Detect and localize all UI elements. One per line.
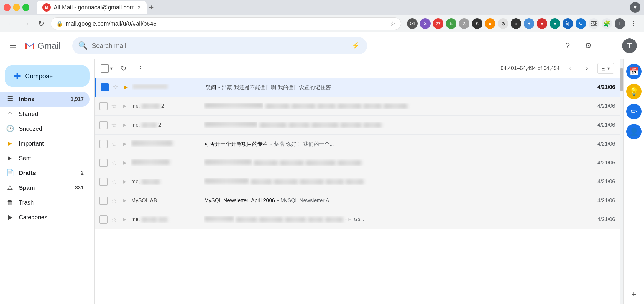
active-tab[interactable]: M All Mail - gonnacai@gmail.com × [37, 1, 147, 14]
ext-circle-icon[interactable]: ⊘ [498, 18, 508, 29]
row-important-icon[interactable]: ► [121, 196, 129, 205]
sidebar-item-trash[interactable]: 🗑 Trash [0, 195, 90, 210]
edit-icon[interactable]: ✏ [626, 104, 642, 119]
row-checkbox[interactable] [99, 121, 108, 129]
density-button[interactable]: ⊟ ▾ [597, 63, 614, 74]
row-checkbox[interactable] [99, 215, 108, 224]
browser-profile[interactable]: ▼ [630, 2, 640, 13]
ext-x-icon[interactable]: X [459, 18, 469, 29]
email-row[interactable]: ☆ ► me, 2 [95, 116, 620, 135]
traffic-light-close[interactable] [4, 4, 11, 11]
row-content [204, 103, 583, 109]
ext-triangle-icon[interactable]: ▲ [485, 18, 495, 29]
refresh-button[interactable]: ↻ [35, 18, 47, 30]
sidebar-item-inbox[interactable]: ☰ Inbox 1,917 [0, 92, 90, 107]
back-button[interactable]: ← [5, 18, 17, 30]
contacts-icon[interactable]: 👤 [626, 124, 642, 139]
scrollbar[interactable] [620, 59, 623, 304]
row-important-icon[interactable]: ► [121, 215, 129, 224]
email-row[interactable]: ☆ ► MySQL AB MySQL Newsletter: April 200… [95, 191, 620, 210]
ext-puzzle-icon[interactable]: 🧩 [602, 18, 612, 29]
email-row[interactable]: ☆ ► 疑问 浩蔡 我还是不能登陆啊!我的登陆设置的记住密... 4/21/06 [95, 78, 620, 97]
traffic-light-minimize[interactable] [13, 4, 20, 11]
inbox-count: 1,917 [70, 96, 84, 102]
search-input[interactable] [92, 42, 346, 50]
row-checkbox[interactable] [99, 140, 108, 148]
sidebar-item-starred[interactable]: ☆ Starred [0, 107, 90, 121]
row-checkbox[interactable] [99, 197, 108, 205]
help-button[interactable]: ? [560, 38, 575, 53]
sidebar-item-sent[interactable]: ► Sent [0, 151, 90, 166]
row-star-icon[interactable]: ☆ [110, 215, 118, 225]
row-important-icon[interactable]: ► [121, 139, 129, 148]
ext-b-icon[interactable]: B [511, 18, 521, 29]
notes-icon[interactable]: 💡 [626, 84, 642, 99]
sidebar-item-drafts[interactable]: 📄 Drafts 2 [0, 166, 90, 180]
row-star-icon[interactable]: ☆ [110, 196, 118, 206]
email-row[interactable]: ☆ ► me, [95, 172, 620, 191]
row-checkbox[interactable] [99, 102, 108, 110]
email-row[interactable]: ☆ ► me, 2 [95, 97, 620, 116]
ext-hex-icon[interactable]: ✦ [524, 18, 534, 29]
ext-image-icon[interactable]: 🖼 [589, 18, 599, 29]
sidebar-item-categories[interactable]: ▶ Categories [0, 210, 90, 225]
email-row[interactable]: ☆ ► 可否开一个开源项目的专栏 蔡浩 你好！ 我们的一个... 4/21/06 [95, 135, 620, 153]
tab-close-button[interactable]: × [138, 4, 141, 11]
row-checkbox[interactable] [99, 178, 108, 186]
refresh-button[interactable]: ↻ [117, 62, 130, 75]
ext-teal-icon[interactable]: ● [550, 18, 560, 29]
compose-button[interactable]: ✚ Compose [5, 65, 90, 87]
prev-page-button[interactable]: ‹ [564, 63, 576, 74]
sidebar-item-snoozed[interactable]: 🕐 Snoozed [0, 121, 90, 136]
ext-77-icon[interactable]: 77 [433, 18, 443, 29]
row-important-icon[interactable]: ► [121, 120, 129, 130]
ext-e-icon[interactable]: E [446, 18, 456, 29]
row-checkbox[interactable] [101, 83, 109, 91]
search-options-icon[interactable]: ⚡ [350, 40, 361, 51]
row-star-icon[interactable]: ☆ [110, 158, 118, 168]
row-star-icon[interactable]: ☆ [110, 177, 118, 187]
next-page-button[interactable]: › [581, 63, 593, 74]
row-sender: me, 2 [131, 122, 202, 128]
row-checkbox[interactable] [99, 159, 108, 167]
traffic-light-maximize[interactable] [22, 4, 29, 11]
ext-s-icon[interactable]: S [420, 18, 431, 29]
ext-zhi-icon[interactable]: 知 [563, 18, 573, 29]
browser-user-avatar[interactable]: T [615, 18, 625, 29]
sidebar-item-spam[interactable]: ⚠ Spam 331 [0, 180, 90, 195]
ext-red-ball-icon[interactable]: ● [537, 18, 547, 29]
add-panel-button[interactable]: + [631, 289, 637, 299]
select-all-checkbox[interactable] [101, 64, 109, 73]
email-row[interactable]: ☆ ► me, [95, 210, 620, 229]
user-avatar[interactable]: T [622, 38, 637, 53]
row-important-icon[interactable]: ► [121, 177, 129, 186]
header-right: ? ⚙ ⋮⋮⋮ T [560, 38, 637, 53]
address-bar[interactable]: 🔒 mail.google.com/mail/u/0/#all/p645 ☆ [51, 17, 401, 30]
gmail-header: ☰ Gmail 🔍 ⚡ ? ⚙ ⋮⋮⋮ T [0, 32, 644, 59]
search-bar[interactable]: 🔍 ⚡ [72, 37, 367, 54]
row-important-icon[interactable]: ► [122, 83, 130, 92]
row-important-icon[interactable]: ► [121, 102, 129, 111]
new-tab-button[interactable]: + [149, 1, 154, 14]
ext-k-icon[interactable]: K [472, 18, 482, 29]
row-star-icon[interactable]: ☆ [111, 82, 119, 92]
row-date: 4/21/06 [586, 141, 615, 147]
select-dropdown-arrow[interactable]: ▾ [110, 65, 113, 72]
sidebar-item-important[interactable]: ► Important [0, 136, 90, 151]
row-star-icon[interactable]: ☆ [110, 101, 118, 111]
row-important-icon[interactable]: ► [121, 158, 129, 167]
row-star-icon[interactable]: ☆ [110, 139, 118, 149]
forward-button[interactable]: → [20, 18, 32, 30]
hamburger-menu-button[interactable]: ☰ [7, 39, 19, 53]
apps-button[interactable]: ⋮⋮⋮ [602, 38, 616, 53]
more-actions-button[interactable]: ⋮ [134, 62, 147, 75]
browser-menu-button[interactable]: ⋮ [627, 18, 639, 30]
email-row[interactable]: ☆ ► ...... [95, 153, 620, 172]
ext-c-icon[interactable]: C [576, 18, 586, 29]
row-star-icon[interactable]: ☆ [110, 120, 118, 130]
bookmark-icon[interactable]: ☆ [390, 20, 395, 27]
settings-button[interactable]: ⚙ [581, 38, 596, 53]
calendar-icon[interactable]: 📅 [626, 64, 642, 79]
ext-mail-icon[interactable]: ✉ [407, 18, 418, 29]
scrollbar-thumb[interactable] [620, 68, 623, 91]
